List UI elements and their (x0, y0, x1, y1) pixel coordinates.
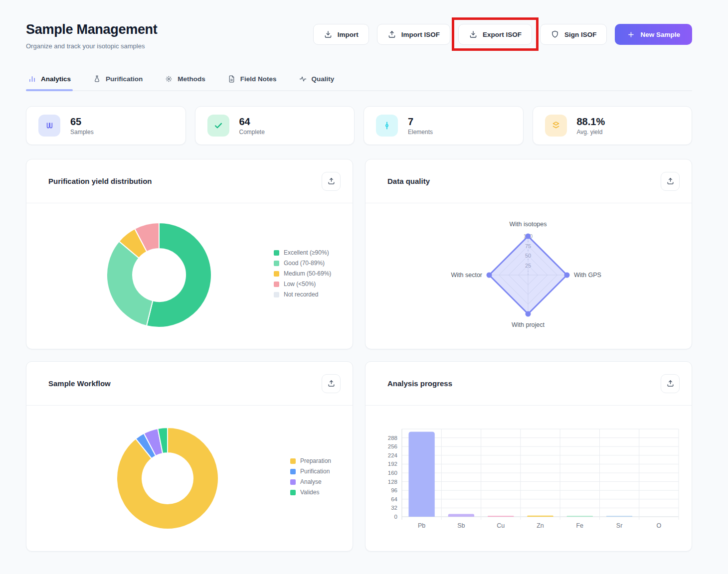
export-chart-button[interactable] (322, 172, 341, 191)
stat-card-samples: 65 Samples (26, 106, 186, 145)
legend-item[interactable]: Excellent (≥90%) (274, 249, 331, 256)
legend-label: Medium (50-69%) (284, 270, 331, 277)
legend-swatch (274, 261, 279, 266)
page-title: Sample Management (26, 22, 157, 37)
svg-text:96: 96 (391, 487, 397, 493)
svg-text:Fe: Fe (576, 522, 583, 529)
check-icon (207, 115, 229, 137)
tab-field-notes[interactable]: Field Notes (225, 70, 279, 90)
import-isof-button[interactable]: Import ISOF (377, 24, 450, 45)
sign-isof-button[interactable]: Sign ISOF (540, 24, 607, 45)
stat-text: 7 Elements (408, 116, 433, 136)
header-titles: Sample Management Organize and track you… (26, 22, 157, 50)
stats-row: 65 Samples 64 Complete 7 Elements (26, 106, 692, 145)
legend-swatch (290, 490, 296, 495)
legend-swatch (274, 282, 279, 287)
svg-text:0: 0 (394, 514, 397, 520)
svg-text:224: 224 (388, 452, 398, 458)
data-quality-radar-chart: 255075100With isotopesWith GPSWith proje… (365, 203, 692, 349)
charts-grid: Purification yield distribution Excellen… (26, 159, 692, 552)
upload-icon (666, 177, 675, 185)
legend-label: Good (70-89%) (284, 260, 325, 267)
card-data-quality: Data quality 255075100With isotopesWith … (365, 159, 692, 349)
legend-item[interactable]: Valides (290, 489, 331, 496)
legend-item[interactable]: Medium (50-69%) (274, 270, 331, 277)
svg-text:With project: With project (512, 321, 545, 328)
tab-purification[interactable]: Purification (91, 70, 145, 90)
svg-text:Sr: Sr (616, 522, 623, 529)
toolbar: Import Import ISOF Export ISOF (313, 22, 692, 45)
card-purification-yield: Purification yield distribution Excellen… (26, 159, 353, 349)
card-title: Sample Workflow (48, 379, 111, 388)
analysis-progress-bar-chart: 0326496128160192224256288PbSbCuZnFeSrO (365, 406, 692, 551)
svg-text:128: 128 (388, 479, 397, 485)
legend-item[interactable]: Good (70-89%) (274, 260, 331, 267)
new-sample-button[interactable]: New Sample (615, 24, 692, 45)
card-sample-workflow: Sample Workflow PreparationPurificationA… (26, 361, 353, 552)
stat-label-samples: Samples (70, 129, 94, 136)
export-chart-button[interactable] (661, 374, 680, 393)
svg-text:Cu: Cu (497, 522, 505, 529)
legend-item[interactable]: Preparation (290, 457, 331, 464)
export-isof-button[interactable]: Export ISOF (458, 24, 532, 45)
tab-purification-label: Purification (106, 75, 143, 83)
card-header: Data quality (365, 159, 692, 203)
shield-icon (550, 30, 559, 39)
legend-item[interactable]: Analyse (290, 478, 331, 485)
sun-icon (165, 75, 173, 83)
export-chart-button[interactable] (661, 172, 680, 191)
legend-label: Preparation (300, 457, 331, 464)
download-icon (324, 30, 333, 39)
chart-body: 0326496128160192224256288PbSbCuZnFeSrO (365, 406, 692, 551)
stat-text: 65 Samples (70, 116, 94, 136)
export-chart-button[interactable] (322, 374, 341, 393)
sign-isof-button-label: Sign ISOF (564, 31, 597, 38)
legend-swatch (290, 458, 296, 464)
stat-text: 64 Complete (239, 116, 265, 136)
tab-analytics[interactable]: Analytics (26, 70, 73, 90)
legend-swatch (290, 479, 296, 485)
purification-yield-legend: Excellent (≥90%)Good (70-89%)Medium (50-… (274, 249, 331, 298)
stat-value-complete: 64 (239, 116, 265, 127)
legend-item[interactable]: Low (<50%) (274, 281, 331, 287)
chart-body: 255075100With isotopesWith GPSWith proje… (365, 203, 692, 349)
stat-value-avg-yield: 88.1% (577, 116, 605, 127)
upload-icon (327, 177, 336, 185)
legend-label: Analyse (300, 478, 322, 485)
card-header: Sample Workflow (26, 362, 353, 406)
pulse-icon (299, 75, 307, 83)
tab-quality[interactable]: Quality (297, 70, 337, 90)
stat-label-avg-yield: Avg. yield (577, 129, 605, 136)
header: Sample Management Organize and track you… (26, 22, 692, 50)
svg-text:Sb: Sb (457, 522, 465, 529)
legend-label: Not recorded (284, 291, 318, 298)
plus-icon (627, 30, 635, 39)
tab-field-notes-label: Field Notes (240, 75, 277, 83)
stat-label-elements: Elements (408, 129, 433, 136)
page: Sample Management Organize and track you… (0, 0, 728, 552)
import-isof-button-label: Import ISOF (401, 31, 440, 38)
tab-analytics-label: Analytics (41, 75, 71, 83)
legend-swatch (290, 469, 296, 474)
tab-methods[interactable]: Methods (163, 70, 207, 90)
legend-item[interactable]: Purification (290, 468, 331, 475)
legend-label: Low (<50%) (284, 281, 316, 287)
export-isof-wrap: Export ISOF (458, 24, 532, 45)
flask-icon (93, 75, 101, 83)
upload-icon (387, 30, 396, 39)
bar-chart-icon (28, 75, 36, 83)
svg-text:Pb: Pb (418, 522, 425, 529)
svg-text:With isotopes: With isotopes (509, 221, 546, 228)
file-icon (227, 75, 236, 83)
svg-text:With GPS: With GPS (574, 272, 601, 279)
tab-methods-label: Methods (178, 75, 205, 83)
tab-bar: Analytics Purification Methods Field Not… (26, 70, 692, 91)
legend-label: Purification (300, 468, 330, 475)
import-button[interactable]: Import (313, 24, 369, 45)
legend-label: Valides (300, 489, 319, 496)
chart-body: Excellent (≥90%)Good (70-89%)Medium (50-… (26, 203, 353, 349)
legend-item[interactable]: Not recorded (274, 291, 331, 298)
tab-quality-label: Quality (312, 75, 335, 83)
import-button-label: Import (338, 31, 359, 38)
legend-swatch (274, 250, 279, 256)
